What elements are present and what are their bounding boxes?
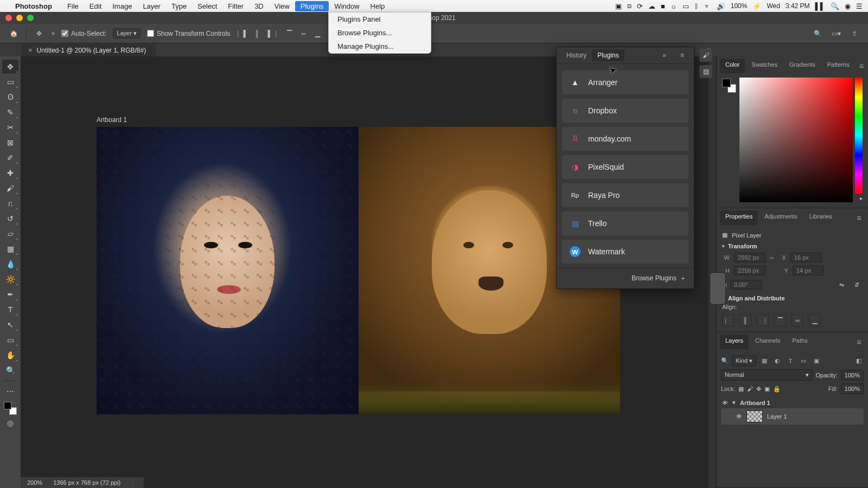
tab-patterns[interactable]: Patterns	[822, 59, 855, 73]
fill-input[interactable]: 100%	[841, 383, 864, 394]
healing-tool[interactable]: ✚	[2, 166, 18, 180]
menu-file[interactable]: File	[62, 1, 84, 11]
align-bottom-icon[interactable]: ▁	[311, 28, 323, 40]
flip-h-icon[interactable]: ⇋	[835, 279, 847, 291]
workspace-icon[interactable]: ▭▾	[830, 28, 842, 40]
menu-layer[interactable]: Layer	[137, 1, 166, 11]
filter-shape-icon[interactable]: ▭	[799, 356, 808, 366]
menu-window[interactable]: Window	[329, 1, 365, 11]
align-top-button[interactable]: ▔	[774, 314, 786, 326]
home-button[interactable]: 🏠	[8, 28, 20, 40]
tab-channels[interactable]: Channels	[750, 335, 786, 349]
menu-plugins[interactable]: Plugins	[295, 1, 329, 11]
auto-select-target[interactable]: Layer ▾	[113, 28, 141, 38]
opacity-input[interactable]: 100%	[841, 370, 864, 381]
history-brush-tool[interactable]: ↺	[2, 211, 18, 226]
pen-tool[interactable]: ✒	[2, 287, 18, 301]
sync-icon[interactable]: ⟳	[637, 2, 643, 10]
gradient-tool[interactable]: ▦	[2, 242, 18, 256]
align-left-icon[interactable]: ⎸▌	[237, 28, 248, 40]
menu-3d[interactable]: 3D	[249, 1, 269, 11]
transform-y-input[interactable]: 14 px	[793, 266, 824, 275]
tab-gradients[interactable]: Gradients	[784, 59, 821, 73]
maximize-window-button[interactable]	[27, 15, 34, 21]
artboard-label[interactable]: Artboard 1	[97, 116, 127, 124]
control-center-icon[interactable]: ☰	[856, 2, 863, 10]
plugin-rayapro[interactable]: RpRaya Pro	[562, 183, 688, 207]
wifi-icon[interactable]: ᯤ	[704, 2, 711, 10]
browse-plugins-link[interactable]: Browse Plugins＋	[557, 268, 694, 288]
lock-pos-icon[interactable]: ✥	[756, 386, 761, 393]
align-bottom-button[interactable]: ▁	[809, 314, 821, 326]
frame-tool[interactable]: ⊠	[2, 136, 18, 150]
sun-icon[interactable]: ☼	[671, 2, 677, 10]
brush-settings-icon[interactable]: 🖌	[699, 49, 712, 62]
color-picker[interactable]: ▸	[739, 78, 863, 202]
move-tool-icon[interactable]: ✥	[33, 28, 45, 40]
path-select-tool[interactable]: ↖	[2, 318, 18, 332]
menu-view[interactable]: View	[269, 1, 295, 11]
share-icon[interactable]: ⇪	[848, 28, 860, 40]
eyedropper-tool[interactable]: ✐	[2, 151, 18, 165]
search-icon[interactable]: 🔍	[812, 28, 824, 40]
cloud-icon[interactable]: ☁	[648, 2, 655, 10]
bluetooth-icon[interactable]: ᛒ	[694, 2, 699, 10]
menu-help[interactable]: Help	[365, 1, 391, 11]
app-name[interactable]: Photoshop	[15, 2, 52, 10]
tab-paths[interactable]: Paths	[787, 335, 813, 349]
doc-dimensions[interactable]: 1366 px x 768 px (72 ppi)	[53, 479, 120, 486]
filter-toggle-icon[interactable]: ◧	[854, 356, 864, 366]
filter-adjust-icon[interactable]: ◐	[773, 356, 782, 366]
vertical-scrollbar[interactable]	[709, 56, 716, 488]
plugin-watermark[interactable]: wWatermark	[562, 240, 688, 264]
menu-filter[interactable]: Filter	[222, 1, 249, 11]
volume-icon[interactable]: 🔊	[717, 2, 725, 10]
layer-filter-kind[interactable]: Kind ▾	[732, 355, 756, 367]
dodge-tool[interactable]: 🔆	[2, 272, 18, 286]
panel-menu-icon[interactable]: ≡	[853, 335, 865, 349]
menu-type[interactable]: Type	[166, 1, 192, 11]
shape-tool[interactable]: ▭	[2, 333, 18, 347]
menu-image[interactable]: Image	[107, 1, 137, 11]
filter-pixel-icon[interactable]: ▦	[760, 356, 769, 366]
flag-icon[interactable]: ▌▌	[815, 2, 825, 10]
document-tab[interactable]: × Untitled-1 @ 200% (Layer 1, RGB/8#)	[22, 44, 156, 56]
tab-adjustments[interactable]: Adjustments	[759, 210, 803, 225]
foreground-background-swatch[interactable]	[4, 402, 17, 415]
lasso-tool[interactable]: ʘ	[2, 90, 18, 104]
hue-slider[interactable]	[855, 78, 863, 194]
filter-type-icon[interactable]: T	[786, 356, 795, 366]
layer-artboard-row[interactable]: 👁 ▾ Artboard 1	[721, 397, 864, 408]
flip-v-icon[interactable]: ⇵	[851, 279, 863, 291]
camera-icon[interactable]: ▣	[615, 2, 622, 10]
align-header[interactable]: Align and Distribute	[722, 295, 863, 301]
zoom-level[interactable]: 200%	[27, 479, 42, 486]
visibility-icon[interactable]: 👁	[722, 400, 728, 406]
close-window-button[interactable]	[5, 15, 12, 21]
video-icon[interactable]: ■	[661, 2, 665, 10]
tab-libraries[interactable]: Libraries	[804, 210, 838, 225]
plugin-trello[interactable]: ▤Trello	[562, 211, 688, 235]
lock-all-icon[interactable]: 🔒	[773, 386, 781, 393]
auto-select-checkbox[interactable]: Auto-Select:	[61, 30, 106, 37]
lock-trans-icon[interactable]: ▦	[738, 386, 744, 393]
menu-edit[interactable]: Edit	[84, 1, 107, 11]
angle-input[interactable]: 0.00°	[730, 280, 762, 290]
spotlight-icon[interactable]: 🔍	[831, 2, 839, 10]
panel-menu-icon[interactable]: ≡	[853, 210, 865, 225]
display-icon[interactable]: ▭	[682, 2, 689, 10]
dropdown-browse-plugins[interactable]: Browse Plugins...	[329, 26, 431, 40]
align-hcenter-button[interactable]: ║	[739, 314, 751, 326]
align-hcenter-icon[interactable]: ║	[251, 28, 263, 40]
panel-menu-icon[interactable]: ≡	[856, 59, 867, 73]
dropdown-manage-plugins[interactable]: Manage Plugins...	[329, 40, 431, 53]
panel-menu-icon[interactable]: ≡	[675, 49, 690, 61]
align-top-icon[interactable]: ▔	[283, 28, 295, 40]
marquee-tool[interactable]: ▭	[2, 75, 18, 89]
plugin-pixelsquid[interactable]: ◑PixelSquid	[562, 155, 688, 179]
align-vcenter-icon[interactable]: ═	[297, 28, 309, 40]
minimize-window-button[interactable]	[16, 15, 23, 21]
quick-mask-icon[interactable]: ◎	[2, 416, 18, 430]
brush-tool[interactable]: 🖌	[2, 181, 18, 195]
lock-nest-icon[interactable]: ▣	[764, 386, 770, 393]
